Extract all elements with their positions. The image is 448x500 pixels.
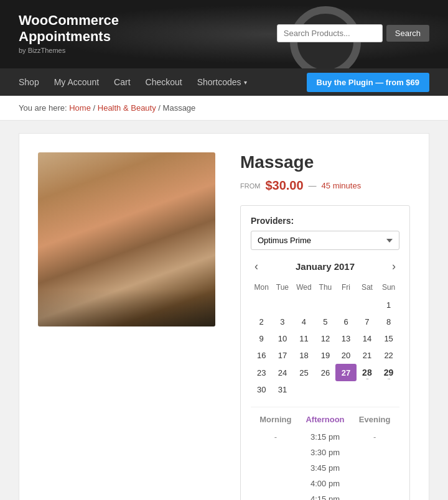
provider-select-wrapper: Optimus Prime bbox=[251, 231, 399, 250]
time-slot bbox=[350, 476, 399, 491]
calendar-day[interactable]: 19 bbox=[315, 347, 335, 364]
calendar-day[interactable]: 31 bbox=[272, 381, 292, 398]
calendar-day[interactable]: 5 bbox=[315, 313, 335, 330]
nav-shortcodes[interactable]: Shortcodes ▾ bbox=[197, 77, 247, 87]
calendar-day[interactable]: 3 bbox=[272, 313, 292, 330]
calendar-day[interactable]: 28 bbox=[357, 364, 378, 381]
cal-header-thu: Thu bbox=[315, 280, 335, 297]
site-byline: by BizzThemes bbox=[19, 47, 119, 54]
nav-links: Shop My Account Cart Checkout Shortcodes… bbox=[19, 77, 307, 87]
calendar-day bbox=[357, 297, 378, 313]
cal-header-fri: Fri bbox=[335, 280, 356, 297]
calendar-day[interactable]: 22 bbox=[378, 347, 399, 364]
evening-header: Evening bbox=[350, 415, 399, 424]
calendar-day[interactable]: 12 bbox=[315, 330, 335, 347]
search-button[interactable]: Search bbox=[386, 25, 429, 42]
calendar-day bbox=[315, 381, 335, 398]
calendar-day[interactable]: 21 bbox=[357, 347, 378, 364]
calendar-day bbox=[272, 297, 292, 313]
site-header: WooCommerce Appointments by BizzThemes S… bbox=[0, 0, 448, 68]
calendar-day[interactable]: 1 bbox=[378, 297, 399, 313]
cal-header-mon: Mon bbox=[251, 280, 272, 297]
calendar-day[interactable]: 16 bbox=[251, 347, 272, 364]
provider-select[interactable]: Optimus Prime bbox=[251, 231, 399, 250]
calendar-day[interactable]: 20 bbox=[335, 347, 356, 364]
next-month-button[interactable]: › bbox=[388, 259, 399, 274]
nav-my-account[interactable]: My Account bbox=[54, 77, 99, 87]
time-slot bbox=[251, 491, 301, 500]
calendar-day[interactable]: 18 bbox=[292, 347, 315, 364]
calendar-day[interactable]: 29 bbox=[378, 364, 399, 381]
product-image bbox=[38, 152, 215, 326]
breadcrumb: You are here: Home / Health & Beauty / M… bbox=[0, 96, 448, 121]
calendar-day[interactable]: 9 bbox=[251, 330, 272, 347]
calendar-day[interactable]: 4 bbox=[292, 313, 315, 330]
calendar-day[interactable]: 27 bbox=[335, 364, 356, 381]
breadcrumb-category[interactable]: Health & Beauty bbox=[98, 103, 156, 113]
calendar-day[interactable]: 11 bbox=[292, 330, 315, 347]
time-slot[interactable]: 3:45 pm bbox=[301, 460, 350, 476]
nav-checkout[interactable]: Checkout bbox=[146, 77, 182, 87]
time-slot bbox=[251, 476, 301, 491]
price-dash: — bbox=[309, 181, 317, 190]
time-slots-body: -3:15 pm-3:30 pm3:45 pm4:00 pm4:15 pm bbox=[251, 429, 399, 500]
calendar-day[interactable]: 8 bbox=[378, 313, 399, 330]
calendar-day[interactable]: 6 bbox=[335, 313, 356, 330]
calendar-day[interactable]: 24 bbox=[272, 364, 292, 381]
time-slot[interactable]: 4:15 pm bbox=[301, 491, 350, 500]
afternoon-header: Afternoon bbox=[301, 415, 350, 424]
time-slot bbox=[251, 445, 301, 460]
calendar-day[interactable]: 7 bbox=[357, 313, 378, 330]
site-nav: Shop My Account Cart Checkout Shortcodes… bbox=[0, 68, 448, 96]
product-image-container bbox=[38, 152, 215, 326]
breadcrumb-home[interactable]: Home bbox=[69, 103, 91, 113]
calendar-day[interactable]: 25 bbox=[292, 364, 315, 381]
product-layout: Massage FROM $30.00 — 45 minutes Provide… bbox=[38, 152, 410, 500]
time-slot[interactable]: 4:00 pm bbox=[301, 476, 350, 491]
calendar-day bbox=[335, 381, 356, 398]
time-slots-header: Morning Afternoon Evening bbox=[251, 415, 399, 424]
time-slot[interactable]: 3:30 pm bbox=[301, 445, 350, 460]
time-slot bbox=[251, 460, 301, 476]
calendar-grid: Mon Tue Wed Thu Fri Sat Sun 123456789101… bbox=[251, 280, 399, 398]
time-slot bbox=[350, 491, 399, 500]
cal-header-sun: Sun bbox=[378, 280, 399, 297]
search-input[interactable] bbox=[277, 24, 383, 42]
calendar-day[interactable]: 26 bbox=[315, 364, 335, 381]
product-details: Massage FROM $30.00 — 45 minutes Provide… bbox=[240, 152, 410, 500]
breadcrumb-current: Massage bbox=[163, 103, 196, 113]
calendar-day[interactable]: 23 bbox=[251, 364, 272, 381]
price-from-label: FROM bbox=[240, 182, 260, 190]
cal-header-sat: Sat bbox=[357, 280, 378, 297]
calendar-day[interactable]: 2 bbox=[251, 313, 272, 330]
calendar-header: ‹ January 2017 › bbox=[251, 259, 399, 274]
prev-month-button[interactable]: ‹ bbox=[251, 259, 262, 274]
site-title: WooCommerce Appointments by BizzThemes bbox=[19, 12, 119, 54]
calendar: ‹ January 2017 › Mon Tue Wed Thu Fri bbox=[251, 259, 399, 398]
calendar-day[interactable]: 14 bbox=[357, 330, 378, 347]
calendar-day[interactable]: 10 bbox=[272, 330, 292, 347]
main-content: Massage FROM $30.00 — 45 minutes Provide… bbox=[19, 133, 429, 500]
time-slot bbox=[350, 445, 399, 460]
site-title-text: WooCommerce Appointments bbox=[19, 12, 119, 45]
booking-widget: Providers: Optimus Prime ‹ January 2017 … bbox=[240, 205, 410, 500]
cal-header-wed: Wed bbox=[292, 280, 315, 297]
nav-shop[interactable]: Shop bbox=[19, 77, 39, 87]
buy-plugin-button[interactable]: Buy the Plugin — from $69 bbox=[307, 73, 429, 92]
cal-header-tue: Tue bbox=[272, 280, 292, 297]
time-slot[interactable]: 3:15 pm bbox=[301, 429, 350, 445]
providers-label: Providers: bbox=[251, 216, 399, 226]
calendar-day[interactable]: 17 bbox=[272, 347, 292, 364]
nav-cart[interactable]: Cart bbox=[114, 77, 130, 87]
calendar-day bbox=[335, 297, 356, 313]
calendar-day[interactable]: 30 bbox=[251, 381, 272, 398]
time-slot: - bbox=[350, 429, 399, 445]
calendar-day bbox=[357, 381, 378, 398]
shortcodes-arrow-icon: ▾ bbox=[244, 79, 247, 86]
time-slot bbox=[350, 460, 399, 476]
product-title: Massage bbox=[240, 152, 410, 172]
price-value: $30.00 bbox=[265, 178, 303, 193]
breadcrumb-prefix: You are here: bbox=[19, 103, 67, 113]
calendar-day[interactable]: 15 bbox=[378, 330, 399, 347]
calendar-day[interactable]: 13 bbox=[335, 330, 356, 347]
